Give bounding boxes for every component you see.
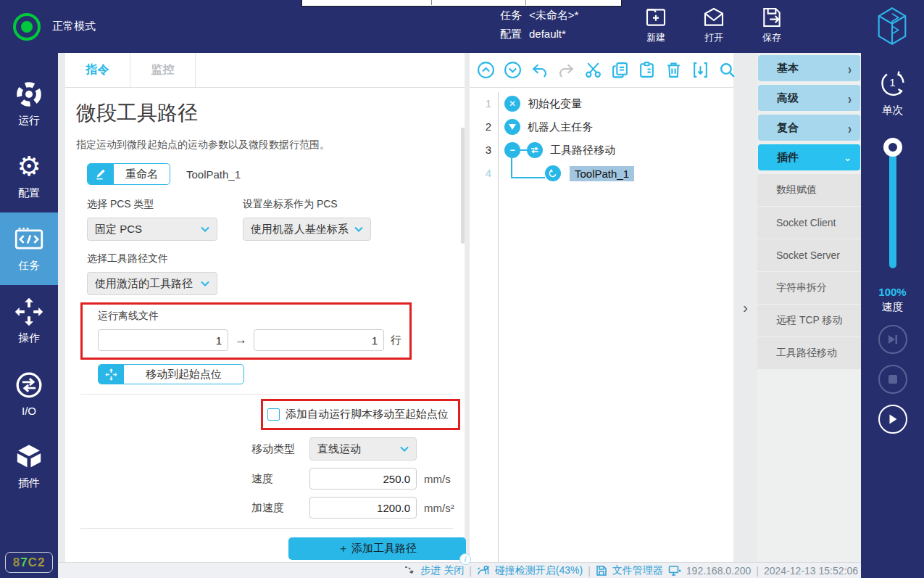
move-to-start-label: 移动到起始点位 (124, 368, 244, 381)
offline-file-label: 运行离线文件 (98, 310, 409, 323)
tree-row-label: 机器人主任务 (528, 120, 593, 134)
sidebar-item-io[interactable]: I/O (0, 358, 58, 430)
undo-icon[interactable] (530, 61, 549, 80)
config-value: default* (529, 25, 566, 44)
step-forward-button[interactable] (878, 325, 907, 354)
auto-run-highlight-box: 添加自动运行脚本移动至起始点位 (261, 399, 460, 430)
new-button[interactable]: 新建 (644, 6, 668, 44)
plugin-item-socket-server[interactable]: Socket Server (757, 239, 861, 271)
category-advanced[interactable]: 高级› (758, 85, 860, 111)
x-circle-icon: ✕ (504, 96, 520, 112)
plugin-item-toolpath-move[interactable]: 工具路径移动 (757, 337, 861, 369)
chevron-down-icon (201, 281, 209, 286)
collapse-up-icon[interactable] (477, 61, 495, 80)
open-file-icon (702, 6, 726, 29)
rename-button[interactable]: 重命名 (87, 163, 170, 185)
cropped-overlay-artifact (301, 0, 622, 7)
coord-select[interactable]: 使用机器人基坐标系 (243, 218, 371, 241)
expand-down-icon[interactable] (504, 61, 522, 80)
move-arrows-icon (99, 364, 124, 384)
move-to-start-button[interactable]: 移动到起始点位 (98, 364, 244, 384)
tree-row-init-vars[interactable]: ✕ 初始化变量 (499, 92, 733, 115)
collision-icon (477, 565, 490, 577)
insert-replace-icon[interactable] (691, 61, 709, 80)
stop-icon (888, 374, 898, 384)
line-number: 4 (470, 162, 498, 185)
minus-circle-icon: − (504, 142, 520, 158)
move-type-select[interactable]: 直线运动 (309, 437, 417, 461)
play-button[interactable] (878, 405, 907, 434)
chevron-down-icon (400, 446, 409, 452)
sidebar-item-label: 配置 (18, 186, 40, 200)
plugin-item-remote-tcp-move[interactable]: 远程 TCP 移动 (757, 305, 861, 337)
sidebar-item-label: 任务 (18, 259, 40, 273)
delete-icon[interactable] (665, 61, 683, 80)
category-label: 高级 (777, 91, 848, 105)
stop-button[interactable] (878, 365, 907, 394)
config-label: 配置 (500, 25, 522, 44)
auto-run-checkbox[interactable] (267, 408, 280, 421)
plugin-item-string-split[interactable]: 字符串拆分 (757, 272, 861, 304)
datetime: 2024-12-13 15:52:06 (764, 565, 858, 577)
category-plugin[interactable]: 插件⌄ (758, 144, 860, 170)
category-basic[interactable]: 基本› (758, 55, 860, 81)
sidebar-item-plugin[interactable]: 插件 (0, 430, 58, 503)
cycle-mode[interactable]: 1 单次 (878, 69, 908, 117)
save-button[interactable]: 保存 (759, 6, 784, 44)
slider-handle[interactable] (883, 138, 902, 157)
info-icon[interactable]: i (459, 553, 471, 565)
accel-unit: mm/s² (424, 502, 454, 514)
mode-status-icon (13, 13, 41, 41)
page-title: 微段工具路径 (76, 99, 459, 127)
step-status[interactable]: 步进 关闭 (420, 564, 464, 577)
move-type-label: 移动类型 (251, 442, 309, 456)
paste-icon[interactable] (638, 61, 656, 80)
app-window: 正常模式 任务<未命名>* 配置default* 新建 打开 (0, 0, 924, 578)
add-toolpath-button[interactable]: ＋ 添加工具路径 (288, 537, 466, 560)
robot-ip: 192.168.0.200 (686, 565, 752, 577)
sidebar-item-task[interactable]: 任务 (0, 212, 58, 285)
plugin-item-array-assign[interactable]: 数组赋值 (757, 174, 861, 206)
cut-icon[interactable] (584, 61, 602, 80)
pcs-type-select[interactable]: 固定 PCS (87, 218, 217, 241)
copy-icon[interactable] (611, 61, 629, 80)
arrow-right-icon: → (235, 333, 247, 347)
toolpath-file-select[interactable]: 使用激活的工具路径 (87, 272, 217, 295)
pcs-type-value: 固定 PCS (95, 223, 201, 236)
pencil-icon (88, 163, 114, 185)
save-button-label: 保存 (762, 31, 781, 44)
expand-panel-chevron[interactable]: › (743, 300, 748, 316)
sidebar-item-operate[interactable]: 操作 (0, 285, 58, 358)
section-divider (80, 394, 453, 395)
cycle-once-icon: 1 (878, 69, 908, 99)
plugin-item-socket-client[interactable]: Socket Client (757, 207, 861, 239)
chevron-down-icon: ⌄ (844, 152, 852, 163)
line-number: 3 (470, 139, 498, 162)
line-end-input[interactable]: 1 (254, 329, 384, 351)
sidebar-item-run[interactable]: 运行 (0, 67, 58, 140)
tree-row-label-selected: ToolPath_1 (570, 166, 634, 181)
scrollbar-thumb[interactable] (461, 128, 465, 244)
speed-percent: 100% (878, 286, 906, 298)
sidebar-item-config[interactable]: ⚙ 配置 (0, 140, 58, 212)
speed-input[interactable]: 250.0 (309, 468, 417, 490)
slider-track[interactable] (889, 144, 896, 268)
play-icon (887, 413, 899, 425)
toolpath-file-label: 选择工具路径文件 (87, 252, 459, 265)
line-number: 1 (470, 92, 498, 115)
triangle-down-circle-icon (504, 119, 520, 135)
tree-row-main-task[interactable]: 机器人主任务 (499, 115, 733, 139)
open-button[interactable]: 打开 (702, 6, 726, 44)
accel-input[interactable]: 1200.0 (309, 497, 417, 519)
tab-instruction[interactable]: 指令 (65, 53, 130, 87)
task-label: 任务 (500, 6, 522, 25)
redo-icon[interactable] (557, 61, 575, 80)
rename-button-label: 重命名 (114, 168, 170, 181)
category-composite[interactable]: 复合› (758, 115, 860, 141)
swap-circle-icon (527, 142, 543, 158)
speed-slider[interactable] (883, 138, 902, 268)
collision-status[interactable]: 碰撞检测开启(43%) (495, 564, 583, 577)
line-start-input[interactable]: 1 (98, 329, 228, 351)
file-manager-link[interactable]: 文件管理器 (612, 564, 663, 577)
tab-monitor[interactable]: 监控 (130, 53, 196, 87)
